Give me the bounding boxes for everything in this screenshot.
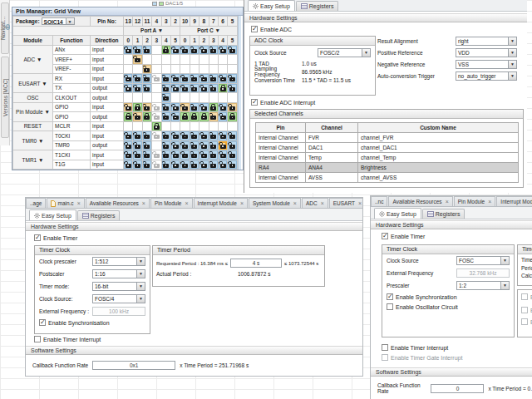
pin-cell[interactable] <box>133 160 142 170</box>
pin-cell[interactable] <box>161 150 170 160</box>
pin-cell[interactable] <box>200 74 209 84</box>
pin-cell[interactable] <box>124 131 133 141</box>
pin-cell[interactable] <box>124 83 133 93</box>
pin-cell[interactable] <box>133 131 142 141</box>
pin-cell[interactable] <box>161 102 170 112</box>
pin-cell[interactable] <box>161 74 170 84</box>
pin-cell[interactable] <box>228 160 237 170</box>
channel-row[interactable]: Internal ChannelDAC1channel_DAC1 <box>256 143 519 153</box>
pin-cell[interactable] <box>133 55 142 65</box>
pin-cell[interactable] <box>190 150 199 160</box>
pin-cell[interactable] <box>152 131 161 141</box>
pin-cell[interactable] <box>209 45 218 55</box>
pin-cell[interactable] <box>133 83 142 93</box>
close-icon[interactable]: × <box>358 200 362 206</box>
pin-cell[interactable] <box>209 102 218 112</box>
pin-cell[interactable] <box>228 131 237 141</box>
tab--nc[interactable]: ..nc <box>371 196 387 206</box>
pin-cell[interactable] <box>124 140 133 150</box>
pin-cell[interactable] <box>124 150 133 160</box>
pin-cell[interactable] <box>161 83 170 93</box>
positive-reference-combo[interactable]: VDD▼ <box>456 48 517 57</box>
pin-cell[interactable] <box>161 45 170 55</box>
pin-cell[interactable] <box>170 160 180 170</box>
pin-cell[interactable] <box>124 102 133 112</box>
package-combo[interactable]: SOIC14▼ <box>42 17 75 25</box>
channel-row[interactable]: Internal ChannelAVSSchannel_AVSS <box>256 173 519 183</box>
chevron-down-icon[interactable]: ▼ <box>136 258 145 265</box>
callback-rate-input[interactable]: 0x1 <box>92 361 175 370</box>
tab-registers[interactable]: Registers <box>422 209 466 219</box>
pin-cell[interactable] <box>190 131 199 141</box>
clock-source-combo[interactable]: FOSC▼ <box>456 256 510 265</box>
pin-cell[interactable] <box>200 83 209 93</box>
enable-timer-gate-interrupt-checkbox[interactable]: Enable Timer Gate Interrupt <box>382 354 462 361</box>
pin-cell[interactable] <box>124 74 133 84</box>
tab-interrupt-module[interactable]: Interrupt Module× <box>194 198 248 208</box>
chevron-down-icon[interactable]: ▼ <box>500 282 509 289</box>
pin-cell[interactable] <box>170 83 180 93</box>
requested-period-input[interactable]: 4 s <box>230 259 282 268</box>
module-adc[interactable]: ADC ▼ <box>13 45 53 74</box>
tab--age[interactable]: ..age <box>26 198 46 208</box>
pin-cell[interactable] <box>170 131 180 141</box>
pin-cell[interactable] <box>170 112 180 122</box>
pin-cell[interactable] <box>142 64 151 74</box>
clock-source--combo[interactable]: FOSC/4▼ <box>92 294 145 303</box>
pin-cell[interactable] <box>209 131 218 141</box>
tab-easy-setup[interactable]: Easy Setup <box>374 208 421 219</box>
pin-cell[interactable] <box>152 102 161 112</box>
pin-cell[interactable] <box>161 112 170 122</box>
tab-eusart[interactable]: EUSART× <box>329 198 362 208</box>
pin-cell[interactable] <box>180 74 190 84</box>
dock-tab-versions[interactable]: Versions [MCC] <box>1 57 9 138</box>
pin-cell[interactable] <box>161 93 170 103</box>
pin-cell[interactable] <box>180 102 190 112</box>
enable-synchronization-checkbox[interactable]: Enable Synchronization <box>387 293 518 300</box>
gate-option-checkbox-cut[interactable]: En <box>521 293 532 300</box>
pin-cell[interactable] <box>124 45 133 55</box>
pin-cell[interactable] <box>170 140 180 150</box>
chevron-down-icon[interactable]: ▼ <box>136 270 145 278</box>
enable-timer-interrupt-checkbox[interactable]: Enable Timer Interrupt <box>34 336 101 342</box>
pin-cell[interactable] <box>133 74 142 84</box>
pin-cell[interactable] <box>209 112 218 122</box>
port-c-header[interactable]: Port C ▼ <box>180 26 237 36</box>
clock-source-combo[interactable]: FOSC/2 ▼ <box>318 48 371 57</box>
pin-cell[interactable] <box>170 74 180 84</box>
pin-cell[interactable] <box>218 74 227 84</box>
postscaler-combo[interactable]: 1:16▼ <box>92 269 145 278</box>
pin-cell[interactable] <box>152 150 161 160</box>
chevron-down-icon[interactable]: ▼ <box>362 49 370 57</box>
pin-cell[interactable] <box>190 112 199 122</box>
pin-cell[interactable] <box>180 45 190 55</box>
chevron-down-icon[interactable]: ▼ <box>508 49 516 57</box>
pin-cell[interactable] <box>124 112 133 122</box>
tab-available-resources[interactable]: Available Resources× <box>86 198 150 208</box>
tab-registers[interactable]: Registers <box>296 1 339 11</box>
pin-cell[interactable] <box>133 140 142 150</box>
pin-cell[interactable] <box>218 45 227 55</box>
pin-cell[interactable] <box>170 150 180 160</box>
pin-cell[interactable] <box>218 160 227 170</box>
close-icon[interactable]: × <box>446 199 449 204</box>
pin-cell[interactable] <box>133 102 142 112</box>
pin-cell[interactable] <box>142 74 151 84</box>
tab-available-resources[interactable]: Available Resources× <box>388 196 452 206</box>
pin-cell[interactable] <box>200 140 209 150</box>
pin-cell[interactable] <box>228 140 237 150</box>
tab-easy-setup[interactable]: Easy Setup <box>29 209 76 220</box>
pin-cell[interactable] <box>190 45 199 55</box>
tab-registers[interactable]: Registers <box>77 210 121 220</box>
close-icon[interactable]: × <box>488 199 491 204</box>
pin-cell[interactable] <box>133 112 142 122</box>
pin-cell[interactable] <box>190 74 199 84</box>
callback-rate-input[interactable]: 0 <box>431 384 484 393</box>
tab-pin-module[interactable]: Pin Module× <box>454 196 496 206</box>
tab-main-c[interactable]: main.c× <box>47 198 84 208</box>
pin-cell[interactable] <box>142 150 151 160</box>
chevron-down-icon[interactable]: ▼ <box>508 61 516 68</box>
gate-option-checkbox-cut[interactable]: En <box>521 318 532 325</box>
negative-reference-combo[interactable]: VSS▼ <box>456 60 517 69</box>
pin-cell[interactable] <box>152 121 161 131</box>
